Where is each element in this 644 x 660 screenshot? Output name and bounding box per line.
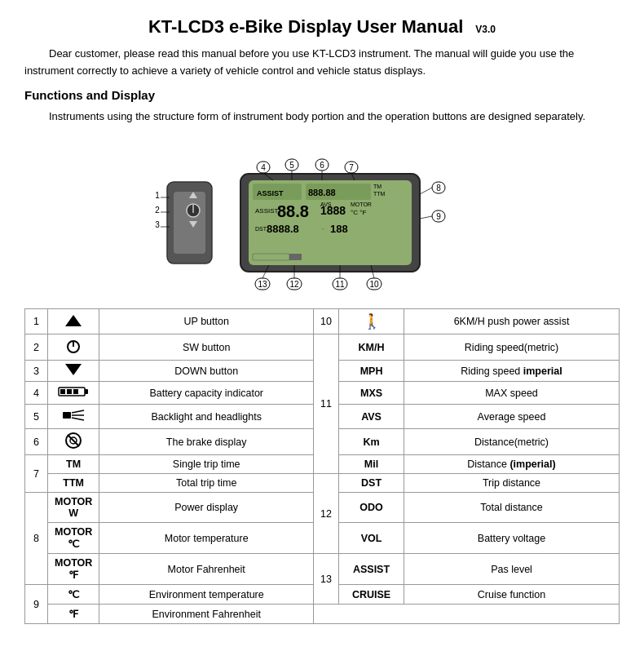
mph-desc: Riding speed imperial bbox=[404, 361, 620, 382]
ttm-label: TTM bbox=[48, 474, 99, 493]
mph-label: MPH bbox=[339, 361, 404, 382]
svg-text:12: 12 bbox=[289, 280, 299, 289]
row-num-12: 12 bbox=[314, 474, 339, 554]
avs-desc: Average speed bbox=[404, 405, 620, 429]
svg-text:1: 1 bbox=[155, 191, 160, 200]
table-row: MOTOR ℉ Motor Fahrenheit 13 ASSIST Pas l… bbox=[25, 554, 620, 585]
section-title: Functions and Display bbox=[24, 88, 620, 102]
svg-line-49 bbox=[420, 216, 432, 219]
header-section: KT-LCD3 e-Bike Display User Manual V3.0 bbox=[24, 16, 620, 38]
svg-text:2: 2 bbox=[155, 206, 160, 215]
table-row: 1 UP button 10 🚶 6KM/H push power assist bbox=[25, 309, 620, 334]
up-button-label: UP button bbox=[99, 309, 314, 334]
svg-text:DST: DST bbox=[255, 226, 267, 232]
down-arrow-icon bbox=[48, 361, 99, 382]
kmh-desc: Riding speed(metric) bbox=[404, 334, 620, 361]
row-num-2: 2 bbox=[25, 334, 48, 361]
celsius-desc: Environment temperature bbox=[99, 585, 314, 605]
push-assist-label: 6KM/H push power assist bbox=[404, 309, 620, 334]
empty-cell bbox=[314, 605, 620, 624]
mxs-label: MXS bbox=[339, 382, 404, 405]
row-num-11: 11 bbox=[314, 334, 339, 474]
svg-text:10: 10 bbox=[369, 280, 379, 289]
svg-text:TTM: TTM bbox=[373, 191, 386, 197]
motor-f-label: MOTOR ℉ bbox=[48, 554, 99, 585]
svg-rect-1 bbox=[174, 192, 205, 254]
headlight-icon bbox=[48, 405, 99, 429]
motor-w-label: MOTOR W bbox=[48, 493, 99, 523]
fahrenheit-desc: Environment Fahrenheit bbox=[99, 605, 314, 624]
motor-c-label: MOTOR ℃ bbox=[48, 523, 99, 554]
sw-button-label: SW button bbox=[99, 334, 314, 361]
svg-rect-69 bbox=[63, 412, 71, 419]
row-num: 1 bbox=[25, 309, 48, 334]
dst-desc: Trip distance bbox=[404, 474, 620, 493]
mxs-desc: MAX speed bbox=[404, 382, 620, 405]
walk-icon: 🚶 bbox=[339, 309, 404, 334]
svg-rect-65 bbox=[85, 389, 88, 394]
svg-line-72 bbox=[72, 418, 84, 420]
row-num-3: 3 bbox=[25, 361, 48, 382]
svg-rect-68 bbox=[73, 389, 78, 394]
cruise-label: CRUISE bbox=[339, 585, 404, 605]
vol-label: VOL bbox=[339, 523, 404, 554]
svg-text:6: 6 bbox=[320, 161, 324, 170]
cruise-desc: Cruise function bbox=[404, 585, 620, 605]
svg-text:ASSIST: ASSIST bbox=[255, 207, 279, 215]
main-title: KT-LCD3 e-Bike Display User Manual bbox=[148, 16, 463, 38]
odo-desc: Total distance bbox=[404, 493, 620, 523]
kmh-label: KM/H bbox=[339, 334, 404, 361]
functions-intro: Instruments using the structure form of … bbox=[24, 109, 620, 126]
row-num-9: 9 bbox=[25, 585, 48, 624]
intro-text: Dear customer, please read this manual b… bbox=[24, 46, 620, 80]
assist-desc: Pas level bbox=[404, 554, 620, 585]
table-row: ℉ Environment Fahrenheit bbox=[25, 605, 620, 624]
up-arrow-icon bbox=[48, 309, 99, 334]
battery-icon bbox=[48, 382, 99, 405]
main-table: 1 UP button 10 🚶 6KM/H push power assist… bbox=[24, 308, 620, 624]
svg-text:11: 11 bbox=[335, 280, 345, 289]
svg-text:5: 5 bbox=[289, 161, 294, 170]
svg-text:13: 13 bbox=[258, 280, 267, 289]
ttm-desc: Total trip time bbox=[99, 474, 314, 493]
row-num-7: 7 bbox=[25, 455, 48, 493]
table-row: 2 SW button 11 KM/H Riding speed(metric) bbox=[25, 334, 620, 361]
svg-line-71 bbox=[72, 410, 84, 413]
celsius-label: ℃ bbox=[48, 585, 99, 605]
svg-text:MOTOR: MOTOR bbox=[351, 202, 372, 207]
svg-text:3: 3 bbox=[155, 220, 160, 229]
diagram-area: 1 2 3 ASSIST 888.88 TM TTM ASSIST 88.8 A… bbox=[24, 133, 620, 296]
svg-text:ASSIST: ASSIST bbox=[257, 189, 284, 197]
down-button-label: DOWN button bbox=[99, 361, 314, 382]
row-num-5: 5 bbox=[25, 405, 48, 429]
row-num-8: 8 bbox=[25, 493, 48, 585]
svg-text:9: 9 bbox=[436, 212, 441, 221]
svg-text:1888: 1888 bbox=[320, 204, 346, 217]
svg-text:TM: TM bbox=[373, 184, 382, 189]
table-row: TTM Total trip time 12 DST Trip distance bbox=[25, 474, 620, 493]
svg-rect-31 bbox=[253, 254, 289, 260]
avs-label: AVS bbox=[339, 405, 404, 429]
brake-display-label: The brake display bbox=[99, 429, 314, 455]
svg-rect-66 bbox=[60, 389, 65, 394]
vol-desc: Battery voltage bbox=[404, 523, 620, 554]
svg-text:188: 188 bbox=[330, 223, 348, 235]
row-num-10: 10 bbox=[314, 309, 339, 334]
km-label: Km bbox=[339, 429, 404, 455]
row-num-6: 6 bbox=[25, 429, 48, 455]
row-num-13: 13 bbox=[314, 554, 339, 605]
svg-text:888.88: 888.88 bbox=[308, 188, 336, 197]
version-label: V3.0 bbox=[475, 24, 496, 35]
fahrenheit-label: ℉ bbox=[48, 605, 99, 624]
svg-line-46 bbox=[420, 188, 432, 194]
svg-text:88.8: 88.8 bbox=[277, 202, 309, 220]
diagram-svg: 1 2 3 ASSIST 888.88 TM TTM ASSIST 88.8 A… bbox=[118, 133, 526, 296]
svg-text:8: 8 bbox=[436, 184, 441, 193]
svg-text:4: 4 bbox=[261, 163, 266, 172]
svg-text:7: 7 bbox=[349, 163, 354, 172]
mil-desc: Distance (imperial) bbox=[404, 455, 620, 474]
svg-rect-67 bbox=[67, 389, 72, 394]
battery-capacity-label: Battery capacity indicator bbox=[99, 382, 314, 405]
svg-text:8888.8: 8888.8 bbox=[267, 223, 299, 235]
svg-line-75 bbox=[68, 435, 79, 446]
